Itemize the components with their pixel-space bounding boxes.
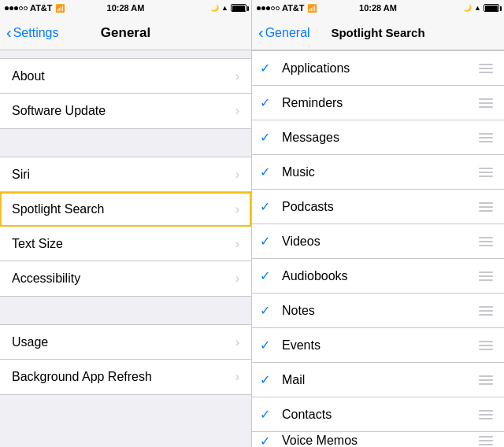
left-back-label: Settings: [13, 26, 59, 40]
right-wifi-icon: 📶: [307, 4, 317, 13]
reminders-reorder-icon[interactable]: [479, 98, 496, 108]
right-back-button[interactable]: ‹ General: [258, 25, 310, 40]
left-nav-title: General: [101, 25, 150, 41]
podcasts-reorder-icon[interactable]: [479, 202, 496, 212]
videos-label: Videos: [279, 235, 479, 249]
left-spotlight-chevron-icon: ›: [235, 202, 239, 216]
right-item-applications[interactable]: ✓ Applications: [252, 51, 504, 86]
right-moon-icon: 🌙: [463, 4, 472, 12]
left-spacer-1: [0, 50, 251, 58]
voice-memos-label: Voice Memos: [279, 434, 479, 447]
applications-reorder-icon[interactable]: [479, 64, 496, 73]
right-time: 10:28 AM: [359, 3, 397, 13]
right-carrier-name: AT&T: [282, 3, 305, 13]
videos-reorder-icon[interactable]: [479, 237, 496, 246]
right-back-label: General: [265, 26, 310, 40]
carrier-name: AT&T: [30, 3, 53, 13]
left-item-software-update[interactable]: Software Update ›: [0, 94, 251, 128]
podcasts-label: Podcasts: [279, 200, 479, 214]
left-time: 10:28 AM: [107, 3, 145, 13]
right-item-videos[interactable]: ✓ Videos: [252, 224, 504, 259]
contacts-reorder-icon[interactable]: [479, 410, 496, 419]
left-nav-bar: ‹ Settings General: [0, 16, 251, 50]
signal-dots: [5, 6, 28, 10]
left-spotlight-search-label: Spotlight Search: [12, 202, 104, 216]
right-right-status: 🌙 ▲: [463, 4, 499, 12]
right-battery-icon: [484, 4, 499, 12]
wifi-icon: 📶: [55, 4, 65, 13]
left-bg-app-refresh-chevron-icon: ›: [235, 370, 239, 384]
left-siri-label: Siri: [12, 168, 30, 182]
left-accessibility-label: Accessibility: [12, 272, 80, 286]
right-item-podcasts[interactable]: ✓ Podcasts: [252, 190, 504, 224]
videos-check-icon: ✓: [260, 234, 279, 249]
left-spacer-bottom: [0, 395, 251, 423]
left-accessibility-chevron-icon: ›: [235, 272, 239, 286]
music-label: Music: [279, 165, 479, 179]
left-back-button[interactable]: ‹ Settings: [6, 25, 58, 40]
music-reorder-icon[interactable]: [479, 168, 496, 177]
left-text-size-chevron-icon: ›: [235, 237, 239, 251]
right-item-contacts[interactable]: ✓ Contacts: [252, 397, 504, 432]
reminders-label: Reminders: [279, 96, 479, 110]
right-item-events[interactable]: ✓ Events: [252, 328, 504, 363]
contacts-label: Contacts: [279, 408, 479, 422]
right-signal-dot-5: [276, 6, 280, 10]
right-signal-dot-1: [257, 6, 261, 10]
audiobooks-label: Audiobooks: [279, 269, 479, 283]
right-nav-bar: ‹ General Spotlight Search: [252, 16, 504, 50]
notes-reorder-icon[interactable]: [479, 306, 496, 316]
location-icon: ▲: [221, 4, 228, 12]
right-item-voice-memos[interactable]: ✓ Voice Memos: [252, 432, 504, 447]
messages-check-icon: ✓: [260, 130, 279, 145]
left-spacer-3: [0, 297, 251, 324]
audiobooks-check-icon: ✓: [260, 268, 279, 283]
left-item-about[interactable]: About ›: [0, 59, 251, 94]
music-check-icon: ✓: [260, 164, 279, 179]
left-item-text-size[interactable]: Text Size ›: [0, 227, 251, 261]
left-software-update-chevron-icon: ›: [235, 104, 239, 118]
left-panel: AT&T 📶 10:28 AM 🌙 ▲ ‹ Settings General A…: [0, 0, 252, 447]
right-signal-dots: [257, 6, 280, 10]
left-item-spotlight-search[interactable]: Spotlight Search ›: [0, 192, 251, 227]
right-item-reminders[interactable]: ✓ Reminders: [252, 86, 504, 120]
events-reorder-icon[interactable]: [479, 341, 496, 350]
left-usage-label: Usage: [12, 335, 48, 349]
audiobooks-reorder-icon[interactable]: [479, 272, 496, 281]
mail-reorder-icon[interactable]: [479, 375, 496, 385]
left-item-usage[interactable]: Usage ›: [0, 325, 251, 360]
right-carrier-signal: AT&T 📶: [257, 3, 317, 13]
left-usage-chevron-icon: ›: [235, 335, 239, 349]
events-label: Events: [279, 338, 479, 353]
voice-memos-check-icon: ✓: [260, 434, 279, 448]
right-item-messages[interactable]: ✓ Messages: [252, 120, 504, 155]
left-item-background-app-refresh[interactable]: Background App Refresh ›: [0, 360, 251, 394]
left-software-update-label: Software Update: [12, 104, 106, 118]
reminders-check-icon: ✓: [260, 95, 279, 110]
voice-memos-reorder-icon[interactable]: [479, 436, 496, 445]
messages-reorder-icon[interactable]: [479, 133, 496, 142]
right-item-audiobooks[interactable]: ✓ Audiobooks: [252, 259, 504, 294]
signal-dot-4: [19, 6, 23, 10]
left-about-chevron-icon: ›: [235, 69, 239, 83]
signal-dot-5: [24, 6, 28, 10]
right-item-music[interactable]: ✓ Music: [252, 155, 504, 190]
left-spacer-2: [0, 129, 251, 157]
signal-dot-2: [9, 6, 13, 10]
right-item-notes[interactable]: ✓ Notes: [252, 294, 504, 328]
left-right-status: 🌙 ▲: [210, 4, 246, 12]
messages-label: Messages: [279, 131, 479, 145]
left-item-siri[interactable]: Siri ›: [0, 157, 251, 192]
signal-dot-3: [14, 6, 18, 10]
left-section-3: Usage › Background App Refresh ›: [0, 324, 251, 395]
left-about-label: About: [12, 69, 45, 83]
notes-label: Notes: [279, 304, 479, 318]
left-carrier-signal: AT&T 📶: [5, 3, 65, 13]
right-location-icon: ▲: [474, 4, 481, 12]
left-item-accessibility[interactable]: Accessibility ›: [0, 261, 251, 296]
right-item-mail[interactable]: ✓ Mail: [252, 363, 504, 397]
left-siri-chevron-icon: ›: [235, 168, 239, 182]
right-nav-title: Spotlight Search: [331, 26, 424, 39]
podcasts-check-icon: ✓: [260, 199, 279, 214]
applications-label: Applications: [279, 61, 479, 76]
